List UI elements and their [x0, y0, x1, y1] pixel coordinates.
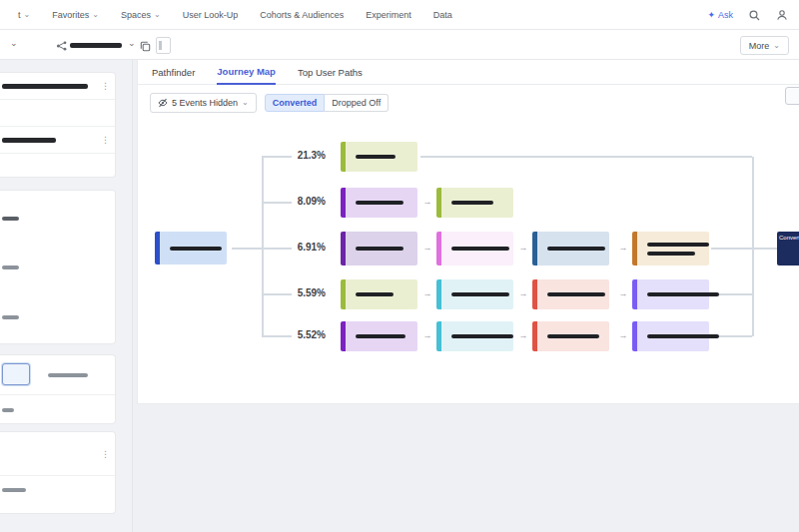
redacted-text — [451, 201, 493, 205]
nav-item-favorites[interactable]: Favorites⌄ — [52, 10, 99, 20]
events-hidden-label: 5 Events Hidden — [172, 98, 238, 108]
journey-node[interactable] — [632, 279, 709, 309]
redacted-filter-label — [2, 488, 26, 492]
top-nav-items: t⌄Favorites⌄Spaces⌄User Look-UpCohorts &… — [0, 10, 452, 20]
redacted-text — [547, 247, 605, 251]
redacted-text — [547, 292, 605, 296]
nav-item-label: Favorites — [52, 10, 89, 20]
app-window: t⌄Favorites⌄Spaces⌄User Look-UpCohorts &… — [0, 0, 799, 532]
chevron-down-icon[interactable]: ⌄ — [128, 38, 136, 48]
redacted-text — [170, 247, 222, 251]
redacted-text — [647, 243, 709, 247]
chevron-down-icon: ⌄ — [154, 11, 161, 19]
journey-node[interactable] — [436, 321, 513, 351]
chart-type-icon — [56, 38, 68, 56]
journey-node[interactable] — [532, 279, 609, 309]
event-subrow[interactable] — [0, 100, 115, 127]
ask-button[interactable]: ✦ Ask — [707, 10, 733, 20]
journey-node[interactable] — [341, 321, 417, 351]
toggle-converted[interactable]: Converted — [265, 94, 326, 112]
redacted-text — [451, 247, 509, 251]
redacted-text — [356, 155, 396, 159]
kebab-menu-icon[interactable]: ⋮ — [101, 449, 110, 459]
sparkle-icon: ✦ — [707, 10, 715, 20]
redacted-text — [647, 292, 719, 296]
journey-node[interactable] — [341, 232, 417, 266]
tab-top-user-paths[interactable]: Top User Paths — [298, 67, 363, 84]
top-nav: t⌄Favorites⌄Spaces⌄User Look-UpCohorts &… — [0, 0, 799, 30]
view-tabs: PathfinderJourney MapTop User Paths — [138, 60, 799, 85]
nav-item-user-look-up[interactable]: User Look-Up — [183, 10, 239, 20]
chart-toolbar: ⌄ ⌄ More ⌄ — [0, 30, 799, 60]
event-subrow[interactable] — [0, 154, 115, 180]
toggle-dropped-off[interactable]: Dropped Off — [325, 94, 389, 112]
tab-pathfinder[interactable]: Pathfinder — [152, 67, 195, 84]
journey-node[interactable] — [341, 142, 417, 172]
more-label: More — [749, 41, 770, 51]
top-nav-right: ✦ Ask — [707, 0, 789, 30]
options-card — [0, 190, 116, 344]
redacted-text — [356, 247, 403, 251]
journey-end-node[interactable]: Converted — [777, 232, 799, 266]
events-hidden-dropdown[interactable]: 5 Events Hidden ⌄ — [150, 93, 257, 113]
journey-node[interactable] — [436, 279, 513, 309]
chevron-down-icon[interactable]: ⌄ — [10, 38, 18, 48]
nav-item-spaces[interactable]: Spaces⌄ — [121, 10, 161, 20]
export-image-icon[interactable] — [785, 87, 799, 105]
journey-node[interactable] — [632, 232, 709, 266]
nav-item-label: Data — [433, 10, 452, 20]
event-row[interactable]: ⋮ — [0, 73, 115, 100]
nav-item-experiment[interactable]: Experiment — [366, 10, 411, 20]
nav-item-label: Experiment — [366, 10, 411, 20]
redacted-text — [647, 334, 719, 338]
journey-node[interactable] — [532, 321, 609, 351]
chevron-down-icon: ⌄ — [92, 11, 99, 19]
chevron-down-icon: ⌄ — [242, 99, 249, 107]
eye-off-icon — [158, 98, 168, 108]
journey-node[interactable] — [436, 232, 513, 266]
kebab-menu-icon[interactable]: ⋮ — [101, 135, 110, 145]
nav-item-t[interactable]: t⌄ — [18, 10, 30, 20]
converted-dropped-toggle: ConvertedDropped Off — [265, 94, 389, 112]
nav-item-cohorts-audiences[interactable]: Cohorts & Audiences — [260, 10, 344, 20]
search-icon[interactable] — [747, 8, 761, 22]
selected-segment-chip[interactable] — [2, 363, 30, 385]
redacted-option-label — [2, 266, 19, 269]
journey-node[interactable] — [341, 188, 417, 218]
copy-icon[interactable] — [140, 38, 151, 56]
panel-left-icon — [159, 41, 162, 50]
redacted-text — [647, 252, 695, 256]
redacted-segment-label — [2, 408, 14, 412]
journey-node[interactable] — [436, 188, 513, 218]
event-row[interactable]: ⋮ — [0, 127, 115, 154]
journey-node[interactable] — [532, 232, 609, 266]
journey-node[interactable] — [632, 321, 709, 351]
events-card: ⋮ ⋮ — [0, 72, 116, 178]
segment-card — [0, 354, 116, 424]
filter-row[interactable]: ⋮ — [0, 432, 115, 476]
kebab-menu-icon[interactable]: ⋮ — [101, 81, 110, 91]
left-config-sidebar: ⋮ ⋮ ⋮ — [0, 60, 133, 532]
nav-item-data[interactable]: Data — [433, 10, 452, 20]
journey-start-node[interactable] — [155, 232, 227, 265]
filter-row[interactable] — [0, 476, 115, 514]
tab-journey-map[interactable]: Journey Map — [217, 66, 276, 85]
segment-row[interactable] — [0, 395, 115, 424]
redacted-text — [547, 334, 599, 338]
redacted-text — [356, 201, 403, 205]
nav-item-label: t — [18, 10, 21, 20]
redacted-chart-title — [70, 43, 122, 48]
chevron-down-icon: ⌄ — [773, 42, 780, 50]
redacted-event-name — [2, 138, 56, 143]
more-button[interactable]: More ⌄ — [740, 36, 789, 55]
account-icon[interactable] — [775, 8, 789, 22]
nav-item-label: Cohorts & Audiences — [260, 10, 344, 20]
journey-node[interactable] — [341, 279, 417, 309]
redacted-option-label — [2, 315, 19, 319]
filter-row: 5 Events Hidden ⌄ ConvertedDropped Off — [138, 85, 799, 114]
redacted-text — [356, 292, 394, 296]
redacted-segment-label — [48, 373, 88, 377]
collapse-panel-button[interactable] — [156, 37, 171, 54]
segment-row[interactable] — [0, 355, 115, 395]
redacted-text — [451, 292, 509, 296]
